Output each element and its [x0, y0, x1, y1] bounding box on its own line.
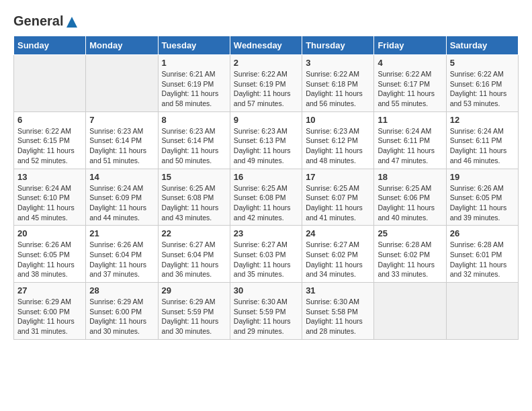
day-info: Sunrise: 6:27 AMSunset: 6:02 PMDaylight:…	[306, 240, 370, 279]
day-number: 9	[234, 115, 298, 125]
calendar-cell: 16Sunrise: 6:25 AMSunset: 6:08 PMDayligh…	[230, 169, 302, 226]
day-number: 10	[306, 115, 370, 125]
logo: General	[13, 13, 77, 29]
day-info: Sunrise: 6:25 AMSunset: 6:06 PMDaylight:…	[378, 183, 442, 223]
day-number: 11	[378, 115, 442, 125]
calendar-cell: 18Sunrise: 6:25 AMSunset: 6:06 PMDayligh…	[374, 169, 446, 226]
day-number: 12	[450, 115, 515, 125]
day-info: Sunrise: 6:28 AMSunset: 6:02 PMDaylight:…	[378, 240, 442, 279]
day-info: Sunrise: 6:27 AMSunset: 6:04 PMDaylight:…	[162, 240, 226, 279]
calendar-cell: 9Sunrise: 6:23 AMSunset: 6:13 PMDaylight…	[230, 111, 302, 169]
day-info: Sunrise: 6:30 AMSunset: 5:58 PMDaylight:…	[306, 297, 370, 336]
day-info: Sunrise: 6:24 AMSunset: 6:11 PMDaylight:…	[450, 126, 515, 166]
weekday-header: Wednesday	[230, 36, 302, 55]
day-number: 3	[306, 58, 370, 68]
day-info: Sunrise: 6:22 AMSunset: 6:18 PMDaylight:…	[306, 69, 370, 109]
day-number: 18	[378, 172, 442, 182]
weekday-header: Saturday	[446, 36, 518, 55]
calendar-cell: 20Sunrise: 6:26 AMSunset: 6:05 PMDayligh…	[14, 226, 86, 283]
calendar-cell: 10Sunrise: 6:23 AMSunset: 6:12 PMDayligh…	[302, 111, 374, 169]
calendar-cell: 2Sunrise: 6:22 AMSunset: 6:19 PMDaylight…	[230, 55, 302, 112]
calendar-cell: 30Sunrise: 6:30 AMSunset: 5:59 PMDayligh…	[230, 283, 302, 340]
day-info: Sunrise: 6:29 AMSunset: 6:00 PMDaylight:…	[89, 297, 154, 336]
calendar-cell: 25Sunrise: 6:28 AMSunset: 6:02 PMDayligh…	[374, 226, 446, 283]
day-info: Sunrise: 6:25 AMSunset: 6:08 PMDaylight:…	[162, 183, 226, 223]
day-info: Sunrise: 6:25 AMSunset: 6:08 PMDaylight:…	[234, 183, 298, 223]
calendar-cell: 26Sunrise: 6:28 AMSunset: 6:01 PMDayligh…	[446, 226, 518, 283]
weekday-header: Friday	[374, 36, 446, 55]
logo-triangle-icon	[66, 17, 77, 28]
day-info: Sunrise: 6:24 AMSunset: 6:10 PMDaylight:…	[17, 183, 82, 223]
day-number: 2	[234, 58, 298, 68]
day-number: 21	[89, 228, 154, 238]
day-info: Sunrise: 6:23 AMSunset: 6:14 PMDaylight:…	[89, 126, 154, 166]
calendar-cell: 12Sunrise: 6:24 AMSunset: 6:11 PMDayligh…	[446, 111, 518, 169]
page-header: General	[13, 13, 519, 29]
calendar-cell: 4Sunrise: 6:22 AMSunset: 6:17 PMDaylight…	[374, 55, 446, 112]
day-number: 17	[306, 172, 370, 182]
day-number: 4	[378, 58, 442, 68]
day-number: 27	[17, 285, 82, 295]
day-info: Sunrise: 6:24 AMSunset: 6:09 PMDaylight:…	[89, 183, 154, 223]
day-number: 13	[17, 172, 82, 182]
calendar-cell	[374, 283, 446, 340]
day-number: 1	[162, 58, 226, 68]
calendar-cell: 19Sunrise: 6:26 AMSunset: 6:05 PMDayligh…	[446, 169, 518, 226]
calendar-cell: 22Sunrise: 6:27 AMSunset: 6:04 PMDayligh…	[158, 226, 230, 283]
day-number: 30	[234, 285, 298, 295]
day-info: Sunrise: 6:23 AMSunset: 6:14 PMDaylight:…	[162, 126, 226, 166]
day-info: Sunrise: 6:22 AMSunset: 6:15 PMDaylight:…	[17, 126, 82, 166]
calendar-cell: 6Sunrise: 6:22 AMSunset: 6:15 PMDaylight…	[14, 111, 86, 169]
calendar-cell: 13Sunrise: 6:24 AMSunset: 6:10 PMDayligh…	[14, 169, 86, 226]
calendar-cell	[86, 55, 158, 112]
calendar-cell: 28Sunrise: 6:29 AMSunset: 6:00 PMDayligh…	[86, 283, 158, 340]
day-info: Sunrise: 6:23 AMSunset: 6:13 PMDaylight:…	[234, 126, 298, 166]
day-number: 20	[17, 228, 82, 238]
day-number: 14	[89, 172, 154, 182]
calendar-cell: 21Sunrise: 6:26 AMSunset: 6:04 PMDayligh…	[86, 226, 158, 283]
calendar-cell: 15Sunrise: 6:25 AMSunset: 6:08 PMDayligh…	[158, 169, 230, 226]
day-number: 15	[162, 172, 226, 182]
calendar-cell: 14Sunrise: 6:24 AMSunset: 6:09 PMDayligh…	[86, 169, 158, 226]
calendar-cell: 5Sunrise: 6:22 AMSunset: 6:16 PMDaylight…	[446, 55, 518, 112]
day-info: Sunrise: 6:26 AMSunset: 6:04 PMDaylight:…	[89, 240, 154, 279]
weekday-header: Sunday	[14, 36, 86, 55]
calendar-cell: 27Sunrise: 6:29 AMSunset: 6:00 PMDayligh…	[14, 283, 86, 340]
day-number: 28	[89, 285, 154, 295]
calendar-cell: 8Sunrise: 6:23 AMSunset: 6:14 PMDaylight…	[158, 111, 230, 169]
weekday-header: Tuesday	[158, 36, 230, 55]
weekday-header: Monday	[86, 36, 158, 55]
day-info: Sunrise: 6:28 AMSunset: 6:01 PMDaylight:…	[450, 240, 515, 279]
day-number: 26	[450, 228, 515, 238]
day-info: Sunrise: 6:25 AMSunset: 6:07 PMDaylight:…	[306, 183, 370, 223]
day-number: 16	[234, 172, 298, 182]
day-number: 22	[162, 228, 226, 238]
day-info: Sunrise: 6:26 AMSunset: 6:05 PMDaylight:…	[17, 240, 82, 279]
day-info: Sunrise: 6:23 AMSunset: 6:12 PMDaylight:…	[306, 126, 370, 166]
calendar-cell: 31Sunrise: 6:30 AMSunset: 5:58 PMDayligh…	[302, 283, 374, 340]
day-info: Sunrise: 6:22 AMSunset: 6:17 PMDaylight:…	[378, 69, 442, 109]
calendar-cell: 17Sunrise: 6:25 AMSunset: 6:07 PMDayligh…	[302, 169, 374, 226]
day-number: 24	[306, 228, 370, 238]
day-info: Sunrise: 6:29 AMSunset: 6:00 PMDaylight:…	[17, 297, 82, 336]
calendar-cell: 29Sunrise: 6:29 AMSunset: 5:59 PMDayligh…	[158, 283, 230, 340]
calendar-cell: 11Sunrise: 6:24 AMSunset: 6:11 PMDayligh…	[374, 111, 446, 169]
calendar-cell	[446, 283, 518, 340]
day-info: Sunrise: 6:22 AMSunset: 6:19 PMDaylight:…	[234, 69, 298, 109]
day-number: 25	[378, 228, 442, 238]
day-info: Sunrise: 6:24 AMSunset: 6:11 PMDaylight:…	[378, 126, 442, 166]
calendar-cell	[14, 55, 86, 112]
weekday-header: Thursday	[302, 36, 374, 55]
day-number: 8	[162, 115, 226, 125]
day-info: Sunrise: 6:22 AMSunset: 6:16 PMDaylight:…	[450, 69, 515, 109]
day-number: 29	[162, 285, 226, 295]
calendar-table: SundayMondayTuesdayWednesdayThursdayFrid…	[13, 36, 519, 340]
calendar-cell: 23Sunrise: 6:27 AMSunset: 6:03 PMDayligh…	[230, 226, 302, 283]
day-number: 6	[17, 115, 82, 125]
day-info: Sunrise: 6:30 AMSunset: 5:59 PMDaylight:…	[234, 297, 298, 336]
day-number: 19	[450, 172, 515, 182]
calendar-cell: 7Sunrise: 6:23 AMSunset: 6:14 PMDaylight…	[86, 111, 158, 169]
calendar-cell: 24Sunrise: 6:27 AMSunset: 6:02 PMDayligh…	[302, 226, 374, 283]
day-info: Sunrise: 6:21 AMSunset: 6:19 PMDaylight:…	[162, 69, 226, 109]
day-number: 31	[306, 285, 370, 295]
